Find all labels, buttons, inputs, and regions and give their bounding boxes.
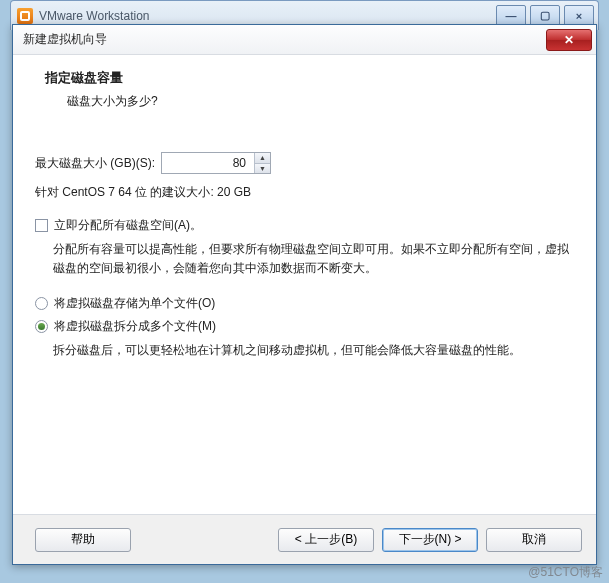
radio-single-label: 将虚拟磁盘存储为单个文件(O) [54,295,215,312]
dialog-button-bar: 帮助 < 上一步(B) 下一步(N) > 取消 [13,514,596,564]
allocate-now-desc: 分配所有容量可以提高性能，但要求所有物理磁盘空间立即可用。如果不立即分配所有空间… [35,240,574,277]
split-desc: 拆分磁盘后，可以更轻松地在计算机之间移动虚拟机，但可能会降低大容量磁盘的性能。 [35,341,574,360]
vmware-icon [17,8,33,24]
page-subheading: 磁盘大小为多少? [45,93,564,110]
spin-down-button[interactable]: ▼ [255,163,270,174]
disk-size-input[interactable]: 80 ▲ ▼ [161,152,271,174]
radio-single-file[interactable] [35,297,48,310]
wizard-dialog: 新建虚拟机向导 ✕ 指定磁盘容量 磁盘大小为多少? 最大磁盘大小 (GB)(S)… [12,24,597,565]
dialog-title: 新建虚拟机向导 [23,31,546,48]
help-button[interactable]: 帮助 [35,528,131,552]
allocate-now-label: 立即分配所有磁盘空间(A)。 [54,217,202,234]
app-title: VMware Workstation [39,9,496,23]
close-icon: ✕ [564,33,574,47]
dialog-close-button[interactable]: ✕ [546,29,592,51]
page-heading: 指定磁盘容量 [45,69,564,87]
radio-split-label: 将虚拟磁盘拆分成多个文件(M) [54,318,216,335]
radio-split-files[interactable] [35,320,48,333]
back-button[interactable]: < 上一步(B) [278,528,374,552]
cancel-button[interactable]: 取消 [486,528,582,552]
watermark: @51CTO博客 [528,564,603,581]
disk-size-value: 80 [162,153,254,173]
recommended-note: 针对 CentOS 7 64 位 的建议大小: 20 GB [35,184,574,201]
disk-size-label: 最大磁盘大小 (GB)(S): [35,155,155,172]
allocate-now-checkbox[interactable] [35,219,48,232]
dialog-titlebar: 新建虚拟机向导 ✕ [13,25,596,55]
next-button[interactable]: 下一步(N) > [382,528,478,552]
dialog-body: 指定磁盘容量 磁盘大小为多少? 最大磁盘大小 (GB)(S): 80 ▲ ▼ 针… [13,55,596,514]
spin-up-button[interactable]: ▲ [255,153,270,163]
